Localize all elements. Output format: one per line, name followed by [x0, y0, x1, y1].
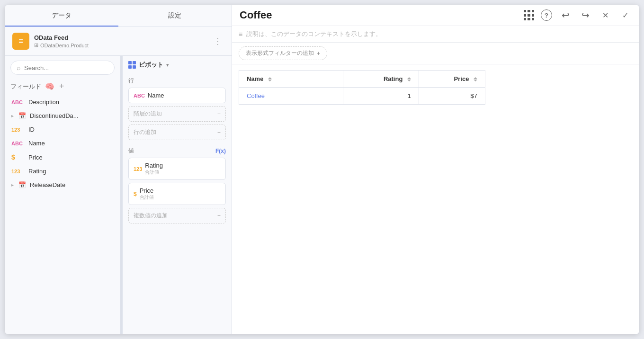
tab-bar: データ 設定	[5, 5, 232, 27]
value-section-label: 値	[128, 147, 134, 155]
chip-rating-label: Rating	[145, 162, 163, 169]
fields-header: フィールド 🧠 +	[5, 80, 120, 95]
search-icon: ⌕	[17, 64, 20, 71]
field-type-123: 123	[11, 169, 25, 174]
undo-button[interactable]: ↩	[559, 9, 572, 22]
list-item[interactable]: ▸ 📅 DiscontinuedDa...	[5, 109, 120, 123]
field-name-name: Name	[28, 140, 45, 147]
datasource-row: ≡ OData Feed ⊞ ODataDemo.Product ⋮	[5, 27, 232, 56]
datasource-info: OData Feed ⊞ ODataDemo.Product	[34, 34, 207, 48]
column-header-name[interactable]: Name	[239, 71, 343, 88]
confirm-button[interactable]: ✓	[618, 9, 632, 22]
field-name-description: Description	[28, 98, 59, 106]
chip-type-123: 123	[134, 166, 142, 172]
column-header-rating[interactable]: Rating	[343, 71, 419, 88]
add-filter-button[interactable]: 表示形式フィルターの追加 +	[239, 46, 327, 60]
add-row-button[interactable]: 行の追加 +	[128, 125, 226, 140]
calendar-icon: 📅	[18, 112, 26, 119]
pivot-label: ピボット	[139, 61, 163, 69]
add-filter-label: 表示形式フィルターの追加	[246, 49, 314, 57]
cell-price: $7	[419, 88, 485, 105]
list-item[interactable]: $ Price	[5, 150, 120, 164]
pivot-column: ピボット ▾ 行 ABC Name 階層の追加 + 行の追加 + 値	[123, 56, 232, 334]
list-item[interactable]: 123 ID	[5, 123, 120, 136]
field-name-id: ID	[28, 126, 35, 133]
pivot-header: ピボット ▾	[128, 61, 226, 69]
list-item[interactable]: 123 Rating	[5, 164, 120, 178]
grid-view-button[interactable]	[524, 10, 534, 20]
header-icons: ? ↩ ↪ ✕ ✓	[524, 9, 632, 22]
description-row: ≡ 説明は、このデータのコンテキストを示します。	[232, 26, 639, 43]
close-button[interactable]: ✕	[599, 9, 612, 22]
field-type-dollar: $	[11, 153, 25, 161]
datasource-more-button[interactable]: ⋮	[212, 34, 224, 48]
sort-icon-rating	[407, 77, 411, 81]
field-name-price: Price	[28, 154, 43, 161]
plus-icon: +	[217, 129, 221, 136]
fields-list: ABC Description ▸ 📅 DiscontinuedDa... 12…	[5, 95, 120, 334]
chip-rating-sub: 合計値	[145, 169, 163, 176]
datasource-name: OData Feed	[34, 34, 207, 41]
redo-button[interactable]: ↪	[579, 9, 592, 22]
datasource-icon: ≡	[12, 33, 29, 50]
field-name-discontinued: DiscontinuedDa...	[30, 112, 79, 119]
pivot-chevron-icon: ▾	[166, 62, 169, 68]
field-name-releasedate: ReleaseDate	[30, 181, 65, 188]
value-chip-rating[interactable]: 123 Rating 合計値	[128, 158, 226, 180]
tab-settings[interactable]: 設定	[118, 5, 232, 27]
list-item[interactable]: ABC Description	[5, 95, 120, 109]
plus-icon: +	[217, 111, 221, 117]
field-type-abc: ABC	[11, 141, 25, 146]
right-panel: ? ↩ ↪ ✕ ✓ ≡ 説明は、このデータのコンテキストを示します。 表示形式フ…	[232, 5, 639, 334]
right-header: ? ↩ ↪ ✕ ✓	[232, 5, 639, 26]
add-multi-button[interactable]: 複数値の追加 +	[128, 208, 226, 223]
list-item[interactable]: ▸ 📅 ReleaseDate	[5, 178, 120, 192]
expand-icon: ▸	[11, 113, 14, 118]
table-row: Coffee 1 $7	[239, 88, 485, 105]
description-placeholder[interactable]: 説明は、このデータのコンテキストを示します。	[246, 30, 382, 38]
fx-label[interactable]: F(x)	[215, 148, 226, 154]
chip-price-sub: 合計値	[140, 194, 154, 201]
cell-name: Coffee	[239, 88, 343, 105]
sort-icon-price	[474, 77, 477, 81]
calendar-icon: 📅	[18, 181, 26, 188]
plus-icon: +	[217, 213, 221, 219]
cell-rating: 1	[343, 88, 419, 105]
field-type-123: 123	[11, 127, 25, 133]
field-name-rating: Rating	[28, 168, 46, 175]
fields-column: ⌕ フィールド 🧠 + ABC Description ▸	[5, 56, 121, 334]
list-item[interactable]: ABC Name	[5, 136, 120, 150]
table-area: Name Rating	[232, 64, 639, 334]
brain-icon: 🧠	[45, 82, 54, 91]
datasource-table: ⊞ ODataDemo.Product	[34, 42, 207, 48]
expand-icon: ▸	[11, 182, 14, 187]
row-section-label: 行	[128, 77, 226, 85]
help-button[interactable]: ?	[541, 9, 552, 21]
value-chip-price[interactable]: $ Price 合計値	[128, 183, 226, 205]
pivot-row-chip[interactable]: ABC Name	[128, 88, 226, 103]
plus-icon: +	[317, 50, 320, 57]
title-input[interactable]	[240, 9, 519, 21]
value-section-row: 値 F(x)	[128, 147, 226, 155]
data-table: Name Rating	[239, 70, 485, 105]
filter-row: 表示形式フィルターの追加 +	[232, 43, 639, 64]
tab-data[interactable]: データ	[5, 5, 118, 27]
add-hierarchy-button[interactable]: 階層の追加 +	[128, 106, 226, 122]
add-field-button[interactable]: +	[59, 81, 64, 91]
search-box[interactable]: ⌕	[10, 61, 115, 75]
search-input[interactable]	[24, 64, 108, 71]
chip-price-label: Price	[140, 187, 154, 194]
column-header-price[interactable]: Price	[419, 71, 485, 88]
sort-icon-name	[268, 77, 272, 81]
pivot-grid-icon	[128, 61, 136, 69]
desc-lines-icon: ≡	[239, 30, 242, 38]
chip-name-label: Name	[148, 92, 164, 99]
chip-type-abc: ABC	[134, 93, 145, 98]
chip-type-dollar: $	[134, 191, 137, 197]
fields-label: フィールド	[10, 82, 41, 91]
field-type-abc: ABC	[11, 99, 25, 105]
